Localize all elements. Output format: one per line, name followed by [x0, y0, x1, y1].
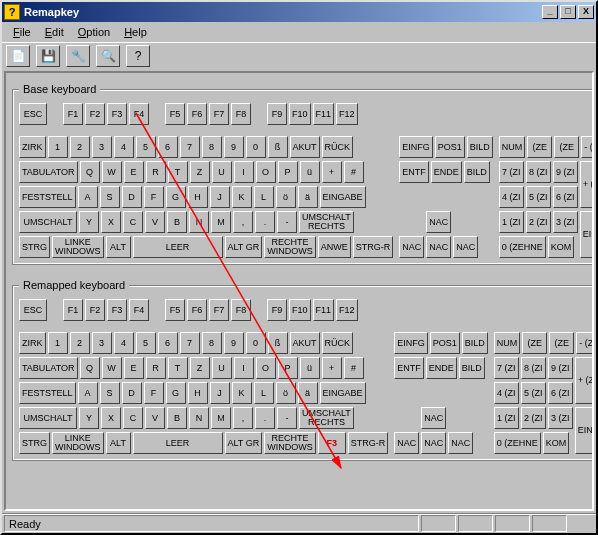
key-nac[interactable]: NAC: [421, 407, 446, 429]
key-t[interactable]: T: [168, 161, 188, 183]
key-8[interactable]: 8: [202, 332, 222, 354]
key-8-zi[interactable]: 8 (ZI: [521, 357, 546, 379]
key-2-zi[interactable]: 2 (ZI: [526, 211, 551, 233]
toolbar-button-1[interactable]: 📄: [6, 45, 30, 67]
key-[interactable]: .: [255, 407, 275, 429]
key-n[interactable]: N: [189, 407, 209, 429]
key-0[interactable]: 0: [246, 332, 266, 354]
key-v[interactable]: V: [145, 407, 165, 429]
menu-file[interactable]: File: [6, 24, 38, 40]
key-f4[interactable]: F4: [129, 299, 149, 321]
menu-edit[interactable]: Edit: [38, 24, 71, 40]
key-f9[interactable]: F9: [267, 299, 287, 321]
key-bild[interactable]: BILD: [459, 357, 485, 379]
key-1-zi[interactable]: 1 (ZI: [494, 407, 519, 429]
key-4[interactable]: 4: [114, 136, 134, 158]
key-linke-windows[interactable]: LINKE WINDOWS: [52, 236, 104, 258]
key-q[interactable]: Q: [80, 357, 100, 379]
key-o[interactable]: O: [256, 161, 276, 183]
key-z[interactable]: Z: [190, 161, 210, 183]
key-leer[interactable]: LEER: [133, 236, 223, 258]
key-8-zi[interactable]: 8 (ZI: [526, 161, 551, 183]
key-y[interactable]: Y: [79, 407, 99, 429]
key-strg-r[interactable]: STRG-R: [353, 236, 394, 258]
key-anwe[interactable]: ANWE: [318, 236, 351, 258]
key-0[interactable]: 0: [246, 136, 266, 158]
key-bild[interactable]: BILD: [467, 136, 493, 158]
key-nac[interactable]: NAC: [399, 236, 424, 258]
key-akut[interactable]: AKUT: [290, 136, 320, 158]
key-kom[interactable]: KOM: [543, 432, 570, 454]
key-leer[interactable]: LEER: [133, 432, 223, 454]
key-5-zi[interactable]: 5 (ZI: [526, 186, 551, 208]
minimize-button[interactable]: _: [542, 5, 558, 19]
key-9-zi[interactable]: 9 (ZI: [548, 357, 573, 379]
key-p[interactable]: P: [278, 161, 298, 183]
key-eingabe[interactable]: EINGABE: [320, 382, 366, 404]
key-4[interactable]: 4: [114, 332, 134, 354]
key-j[interactable]: J: [210, 186, 230, 208]
key-linke-windows[interactable]: LINKE WINDOWS: [52, 432, 104, 454]
key-1[interactable]: 1: [48, 136, 68, 158]
key-kom[interactable]: KOM: [548, 236, 575, 258]
key-nac[interactable]: NAC: [421, 432, 446, 454]
key-l[interactable]: L: [254, 186, 274, 208]
key-4-zi[interactable]: 4 (ZI: [494, 382, 519, 404]
key-f7[interactable]: F7: [209, 299, 229, 321]
key-r[interactable]: R: [146, 357, 166, 379]
key-g[interactable]: G: [166, 186, 186, 208]
key-ze[interactable]: (ZE: [554, 136, 579, 158]
key-9-zi[interactable]: 9 (ZI: [553, 161, 578, 183]
key-[interactable]: ö: [276, 186, 296, 208]
key-i[interactable]: I: [234, 161, 254, 183]
key-[interactable]: ü: [300, 161, 320, 183]
key-t[interactable]: T: [168, 357, 188, 379]
key-[interactable]: ,: [233, 211, 253, 233]
key-ze[interactable]: - (ZE: [576, 332, 594, 354]
key-6[interactable]: 6: [158, 332, 178, 354]
key-q[interactable]: Q: [80, 161, 100, 183]
key-[interactable]: ß: [268, 332, 288, 354]
key-9[interactable]: 9: [224, 136, 244, 158]
key-c[interactable]: C: [123, 407, 143, 429]
key-f[interactable]: F: [144, 382, 164, 404]
key-num[interactable]: NUM: [494, 332, 521, 354]
key-f11[interactable]: F11: [313, 299, 335, 321]
key-7-zi[interactable]: 7 (ZI: [499, 161, 524, 183]
key-eing[interactable]: EING: [575, 407, 594, 454]
key-f11[interactable]: F11: [313, 103, 335, 125]
key-[interactable]: .: [255, 211, 275, 233]
key-6[interactable]: 6: [158, 136, 178, 158]
key-[interactable]: -: [277, 407, 297, 429]
key-entf[interactable]: ENTF: [394, 357, 424, 379]
key-alt-gr[interactable]: ALT GR: [225, 236, 263, 258]
key-y[interactable]: Y: [79, 211, 99, 233]
key-pos1[interactable]: POS1: [435, 136, 465, 158]
key-h[interactable]: H: [188, 186, 208, 208]
key-1-zi[interactable]: 1 (ZI: [499, 211, 524, 233]
key-w[interactable]: W: [102, 357, 122, 379]
key-nac[interactable]: NAC: [394, 432, 419, 454]
key-s[interactable]: S: [100, 382, 120, 404]
key-f8[interactable]: F8: [231, 103, 251, 125]
key-esc[interactable]: ESC: [19, 299, 47, 321]
key-f2[interactable]: F2: [85, 103, 105, 125]
key-a[interactable]: A: [78, 382, 98, 404]
key-f2[interactable]: F2: [85, 299, 105, 321]
key-umschalt-rechts[interactable]: UMSCHALT RECHTS: [299, 407, 354, 429]
key-einfg[interactable]: EINFG: [394, 332, 428, 354]
key-b[interactable]: B: [167, 211, 187, 233]
key-strg-r[interactable]: STRG-R: [348, 432, 389, 454]
key-3[interactable]: 3: [92, 136, 112, 158]
key-h[interactable]: H: [188, 382, 208, 404]
key-rechte-windows[interactable]: RECHTE WINDOWS: [264, 432, 316, 454]
key-f8[interactable]: F8: [231, 299, 251, 321]
key-f5[interactable]: F5: [165, 103, 185, 125]
key-6-zi[interactable]: 6 (ZI: [553, 186, 578, 208]
key-[interactable]: ,: [233, 407, 253, 429]
close-button[interactable]: X: [578, 5, 594, 19]
key-0-zehne[interactable]: 0 (ZEHNE: [494, 432, 541, 454]
key-umschalt[interactable]: UMSCHALT: [19, 407, 77, 429]
key-b[interactable]: B: [167, 407, 187, 429]
toolbar-button-4[interactable]: 🔍: [96, 45, 120, 67]
